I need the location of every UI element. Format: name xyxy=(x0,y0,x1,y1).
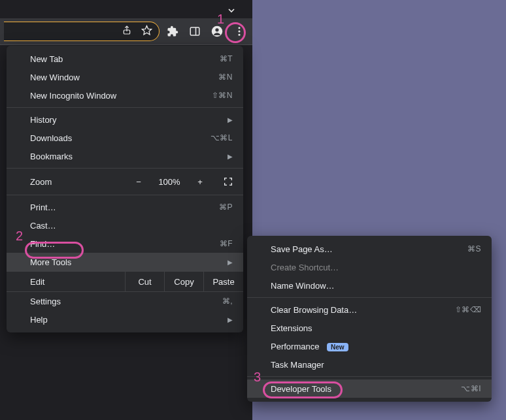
menu-separator xyxy=(247,297,492,298)
menu-item-new-tab[interactable]: New Tab ⌘T xyxy=(7,50,243,68)
svg-point-8 xyxy=(239,34,241,36)
menu-label: Developer Tools xyxy=(258,384,461,394)
menu-item-find[interactable]: Find… ⌘F xyxy=(7,234,243,253)
menu-shortcut: ⌘S xyxy=(467,244,481,253)
menu-label: New Tab xyxy=(17,54,220,64)
submenu-item-save-page[interactable]: Save Page As… ⌘S xyxy=(247,240,492,258)
extensions-icon[interactable] xyxy=(163,22,182,40)
menu-label: History xyxy=(17,115,228,125)
menu-label: Bookmarks xyxy=(17,152,228,161)
menu-label: Settings xyxy=(17,297,222,306)
menu-item-zoom: Zoom − 100% + xyxy=(7,171,243,192)
menu-label: Help xyxy=(17,315,228,325)
menu-separator xyxy=(7,168,243,169)
browser-toolbar xyxy=(0,18,252,44)
submenu-item-performance[interactable]: Performance New xyxy=(247,337,492,355)
menu-item-new-incognito[interactable]: New Incognito Window ⇧⌘N xyxy=(7,86,243,105)
menu-label: Name Window… xyxy=(258,281,481,291)
menu-label: New Window xyxy=(17,73,218,82)
svg-rect-2 xyxy=(190,27,199,35)
menu-item-history[interactable]: History ▶ xyxy=(7,110,243,129)
submenu-arrow-icon: ▶ xyxy=(228,316,233,323)
menu-separator xyxy=(7,195,243,195)
submenu-item-create-shortcut: Create Shortcut… xyxy=(247,258,492,276)
menu-item-settings[interactable]: Settings ⌘, xyxy=(7,292,243,310)
submenu-arrow-icon: ▶ xyxy=(228,116,233,123)
menu-shortcut: ⌘N xyxy=(218,73,233,82)
menu-label: Performance New xyxy=(258,342,481,351)
menu-item-edit: Edit Cut Copy Paste xyxy=(7,271,243,292)
menu-label: Create Shortcut… xyxy=(258,263,481,272)
menu-label: Extensions xyxy=(258,323,481,333)
menu-label: Clear Browsing Data… xyxy=(258,305,455,315)
edit-label: Edit xyxy=(7,272,126,291)
submenu-item-name-window[interactable]: Name Window… xyxy=(247,276,492,295)
menu-shortcut: ⌘T xyxy=(220,54,233,63)
menu-text: Performance xyxy=(271,342,319,351)
menu-item-help[interactable]: Help ▶ xyxy=(7,310,243,329)
submenu-item-developer-tools[interactable]: Developer Tools ⌥⌘I xyxy=(247,380,492,398)
menu-item-cast[interactable]: Cast… xyxy=(7,216,243,234)
edit-copy-button[interactable]: Copy xyxy=(165,272,204,291)
menu-label: Find… xyxy=(17,239,220,249)
menu-item-bookmarks[interactable]: Bookmarks ▶ xyxy=(7,147,243,165)
edit-cut-button[interactable]: Cut xyxy=(126,272,165,291)
sidepanel-icon[interactable] xyxy=(186,22,204,40)
more-tools-submenu: Save Page As… ⌘S Create Shortcut… Name W… xyxy=(247,236,492,402)
star-icon[interactable] xyxy=(141,25,152,39)
menu-label: Save Page As… xyxy=(258,244,467,254)
new-badge: New xyxy=(327,343,348,351)
submenu-item-task-manager[interactable]: Task Manager xyxy=(247,355,492,374)
tab-strip xyxy=(0,0,252,18)
zoom-value: 100% xyxy=(152,177,187,187)
submenu-item-extensions[interactable]: Extensions xyxy=(247,319,492,337)
chrome-main-menu: New Tab ⌘T New Window ⌘N New Incognito W… xyxy=(7,46,243,332)
menu-item-more-tools[interactable]: More Tools ▶ xyxy=(7,253,243,271)
menu-item-print[interactable]: Print… ⌘P xyxy=(7,198,243,216)
menu-shortcut: ⇧⌘N xyxy=(212,91,233,100)
kebab-menu-icon[interactable] xyxy=(230,22,248,40)
submenu-item-clear-browsing[interactable]: Clear Browsing Data… ⇧⌘⌫ xyxy=(247,300,492,319)
menu-shortcut: ⌘F xyxy=(220,239,233,248)
menu-item-new-window[interactable]: New Window ⌘N xyxy=(7,68,243,86)
edit-paste-button[interactable]: Paste xyxy=(204,272,243,291)
menu-label: Task Manager xyxy=(258,360,481,370)
svg-point-7 xyxy=(239,31,241,33)
menu-shortcut: ⌥⌘I xyxy=(461,384,481,393)
submenu-arrow-icon: ▶ xyxy=(228,259,233,266)
menu-label: Downloads xyxy=(17,133,211,143)
submenu-arrow-icon: ▶ xyxy=(228,153,233,160)
svg-marker-1 xyxy=(142,25,151,34)
menu-shortcut: ⌘P xyxy=(219,202,233,212)
menu-separator xyxy=(7,107,243,108)
menu-separator xyxy=(247,376,492,377)
zoom-in-button[interactable]: + xyxy=(187,177,213,187)
menu-item-downloads[interactable]: Downloads ⌥⌘L xyxy=(7,129,243,147)
menu-shortcut: ⌘, xyxy=(222,297,233,306)
svg-point-6 xyxy=(239,27,241,29)
profile-icon[interactable] xyxy=(208,22,226,40)
zoom-label: Zoom xyxy=(30,177,126,187)
tab-search-chevron-icon[interactable] xyxy=(226,5,237,18)
menu-label: New Incognito Window xyxy=(17,91,212,101)
share-icon[interactable] xyxy=(122,25,132,38)
address-bar[interactable] xyxy=(4,22,160,41)
menu-shortcut: ⇧⌘⌫ xyxy=(455,305,482,314)
menu-label: Print… xyxy=(17,202,219,212)
zoom-out-button[interactable]: − xyxy=(126,177,152,187)
menu-shortcut: ⌥⌘L xyxy=(211,133,233,142)
menu-label: More Tools xyxy=(17,257,228,267)
svg-point-5 xyxy=(215,28,218,31)
menu-label: Cast… xyxy=(17,221,233,231)
fullscreen-icon[interactable] xyxy=(213,176,243,187)
